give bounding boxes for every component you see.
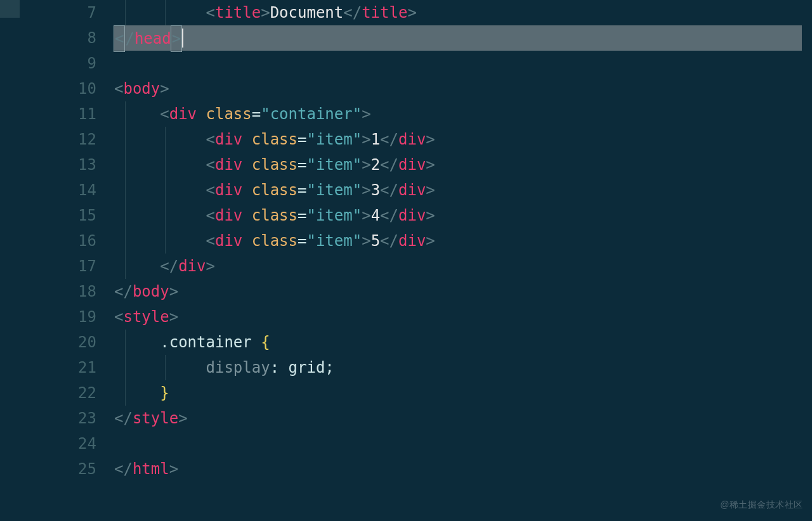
token-angle: </	[114, 460, 133, 478]
token-text	[242, 181, 251, 199]
token-angle: <	[206, 181, 215, 199]
code-line[interactable]: <div class="container">	[114, 101, 812, 127]
token-eq: =	[298, 131, 306, 148]
token-tag: body	[123, 80, 160, 98]
token-text	[242, 207, 251, 224]
token-angle: </	[160, 257, 178, 275]
token-angle: <	[206, 207, 215, 224]
code-line[interactable]: display: grid;	[114, 355, 812, 380]
line-content: display: grid;	[114, 359, 334, 376]
line-content: }	[114, 384, 169, 402]
line-content: </div>	[114, 257, 215, 275]
line-number: 9	[0, 51, 96, 76]
line-number: 10	[0, 76, 96, 101]
token-tag: div	[215, 232, 242, 250]
code-area[interactable]: <title>Document</title></head><body> <di…	[114, 0, 812, 521]
code-line[interactable]: <div class="item">1</div>	[114, 127, 812, 152]
token-str: "item"	[306, 156, 362, 174]
token-angle: </	[114, 283, 133, 300]
token-angle: >	[426, 131, 435, 148]
code-line[interactable]: <div class="item">5</div>	[114, 228, 812, 254]
token-punct: :	[270, 359, 289, 376]
token-attr: class	[252, 131, 298, 148]
token-attr: class	[252, 232, 298, 250]
code-line[interactable]	[114, 51, 812, 76]
token-angle: <	[114, 80, 123, 98]
token-tag: div	[398, 207, 426, 224]
line-number: 18	[0, 279, 96, 304]
code-line[interactable]: </style>	[114, 406, 812, 431]
token-angle: >	[362, 232, 370, 250]
code-line[interactable]: </body>	[114, 279, 812, 304]
token-val: grid	[289, 359, 325, 376]
token-tag: div	[398, 131, 426, 148]
token-tag: div	[169, 105, 197, 123]
code-line[interactable]: </head>	[114, 25, 812, 51]
token-eq: =	[298, 207, 306, 224]
line-content: <div class="item">5</div>	[114, 232, 435, 250]
token-num: 5	[371, 232, 380, 250]
line-content: </html>	[114, 460, 178, 478]
token-angle: >	[178, 409, 187, 427]
token-angle: </	[114, 409, 133, 427]
code-line[interactable]: <div class="item">2</div>	[114, 152, 812, 177]
token-angle: <	[206, 4, 215, 22]
token-num: 4	[371, 207, 380, 224]
token-angle: <	[206, 232, 215, 250]
token-angle: >	[362, 131, 370, 148]
line-content: <div class="item">1</div>	[114, 131, 435, 148]
line-number: 15	[0, 203, 96, 228]
token-tag: div	[215, 181, 242, 199]
token-angle: <	[114, 308, 123, 326]
line-number: 19	[0, 304, 96, 330]
code-line[interactable]: .container {	[114, 330, 812, 355]
code-line[interactable]: <div class="item">4</div>	[114, 203, 812, 228]
token-angle: >	[169, 460, 178, 478]
code-line[interactable]: <style>	[114, 304, 812, 330]
token-angle: </	[380, 131, 398, 148]
token-attr: class	[252, 181, 298, 199]
token-brace: }	[160, 384, 169, 402]
token-tag: div	[215, 156, 242, 174]
token-angle: >	[426, 181, 435, 199]
token-angle: </	[380, 181, 398, 199]
token-tag: div	[215, 131, 242, 148]
token-angle: <	[206, 131, 215, 148]
token-angle: >	[426, 232, 435, 250]
token-eq: =	[252, 105, 261, 123]
token-text	[242, 232, 251, 250]
token-attr: class	[252, 207, 298, 224]
token-angle: >	[169, 283, 178, 300]
line-content: <title>Document</title>	[114, 4, 417, 22]
line-number: 22	[0, 380, 96, 406]
token-num: 2	[371, 156, 380, 174]
token-angle: >	[206, 257, 215, 275]
token-str: "item"	[306, 207, 362, 224]
token-angle: >	[407, 4, 416, 22]
token-num: 3	[371, 181, 380, 199]
token-angle: <	[114, 25, 125, 52]
line-number: 20	[0, 330, 96, 355]
code-line[interactable]: </html>	[114, 456, 812, 482]
line-number: 21	[0, 355, 96, 380]
line-number: 11	[0, 101, 96, 127]
code-line[interactable]	[114, 431, 812, 456]
token-punct: ;	[325, 359, 334, 376]
token-sel: .container	[160, 333, 261, 351]
token-str: "item"	[306, 181, 362, 199]
line-number: 8	[0, 25, 96, 51]
code-editor[interactable]: 78910111213141516171819202122232425 <tit…	[0, 0, 812, 521]
token-angle: >	[426, 207, 435, 224]
code-line[interactable]: <body>	[114, 76, 812, 101]
token-angle: >	[160, 80, 169, 98]
code-line[interactable]: }	[114, 380, 812, 406]
line-content: .container {	[114, 333, 270, 351]
code-line[interactable]: <div class="item">3</div>	[114, 177, 812, 203]
token-tag: div	[398, 156, 426, 174]
token-tag: style	[133, 409, 178, 427]
token-attr: class	[252, 156, 298, 174]
line-number: 23	[0, 406, 96, 431]
line-content: <style>	[114, 308, 178, 326]
code-line[interactable]: <title>Document</title>	[114, 0, 812, 25]
code-line[interactable]: </div>	[114, 254, 812, 279]
